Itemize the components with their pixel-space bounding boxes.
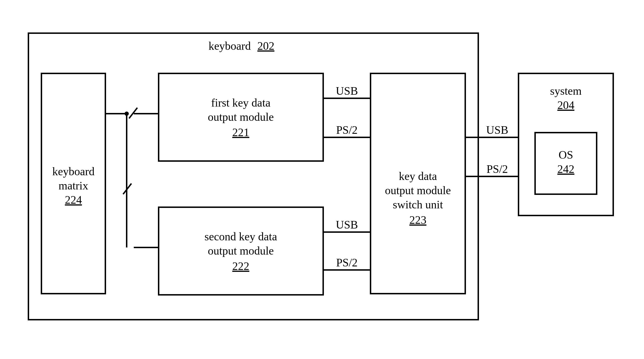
bus-usb-label-mod1: USB <box>336 84 358 97</box>
switch-unit-label-3: switch unit <box>393 198 443 211</box>
bus-usb-label-system: USB <box>486 124 508 136</box>
keyboard-matrix-ref: 224 <box>65 194 82 206</box>
first-output-module-ref: 221 <box>232 126 249 138</box>
bus-ps2-label-system: PS/2 <box>486 163 508 175</box>
keyboard-ref: 202 <box>257 40 274 52</box>
second-output-module-label-2: output module <box>208 244 274 257</box>
system-ref: 204 <box>557 99 574 111</box>
switch-unit-label-1: key data <box>399 170 437 182</box>
switch-unit-label-2: output module <box>385 184 451 196</box>
second-output-module-ref: 222 <box>232 260 249 272</box>
block-diagram: keyboard 202 keyboard matrix 224 first k… <box>0 0 644 359</box>
system-label: system <box>550 84 582 97</box>
second-output-module-label-1: second key data <box>204 230 277 243</box>
first-output-module-label-2: output module <box>208 110 274 123</box>
switch-unit-ref: 223 <box>409 214 426 226</box>
keyboard-matrix-label-2: matrix <box>58 179 88 192</box>
first-output-module-label-1: first key data <box>211 96 270 109</box>
bus-usb-label-mod2: USB <box>336 218 358 231</box>
keyboard-matrix-label-1: keyboard <box>52 165 95 178</box>
bus-ps2-label-mod1: PS/2 <box>336 124 358 136</box>
bus-ps2-label-mod2: PS/2 <box>336 256 358 269</box>
os-ref: 242 <box>557 163 574 175</box>
keyboard-label: keyboard <box>208 40 251 52</box>
os-label: OS <box>558 148 573 161</box>
switch-unit-box <box>370 74 465 294</box>
